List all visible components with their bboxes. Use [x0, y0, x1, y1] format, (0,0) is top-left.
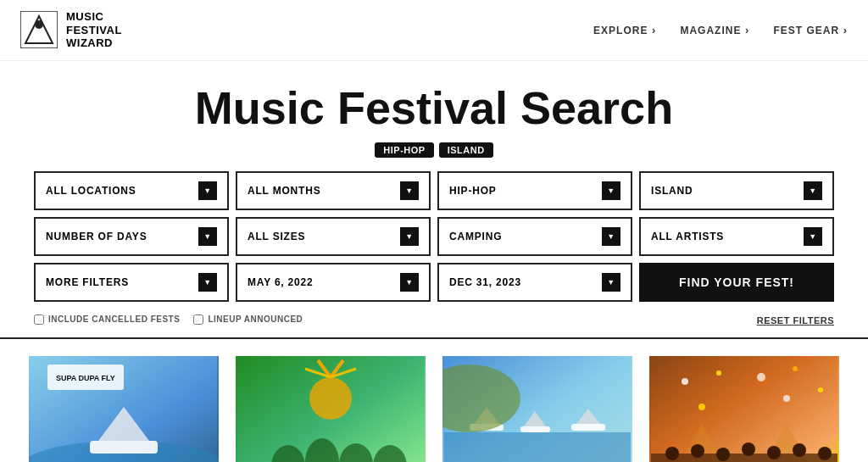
svg-point-32	[793, 366, 798, 371]
find-fest-button[interactable]: FIND YOUR FEST!	[639, 263, 834, 302]
filter-row-2: NUMBER OF DAYS ALL SIZES CAMPING ALL ART…	[34, 217, 834, 256]
dropdown-icon	[602, 181, 620, 200]
card-calvi: CALVI ON THE ROCKS 2022 CALVI, FRANCE JU…	[434, 356, 641, 462]
reset-filters-link[interactable]: RESET FILTERS	[757, 315, 834, 326]
card-sziget: SZIGET FESTIVAL 2022 BUDAPEST, HUNGARY A…	[641, 356, 848, 462]
tag-island[interactable]: ISLAND	[439, 142, 493, 158]
svg-point-42	[742, 443, 755, 456]
dropdown-icon	[602, 227, 620, 246]
active-tags: HIP-HOP ISLAND	[34, 142, 834, 158]
logo-icon	[20, 11, 58, 48]
dropdown-icon	[804, 181, 822, 200]
svg-point-33	[698, 404, 705, 410]
nav-explore[interactable]: EXPLORE	[593, 24, 656, 36]
logo[interactable]: MUSIC FESTIVAL WIZARD	[20, 10, 122, 50]
filter-camping[interactable]: CAMPING	[437, 217, 632, 256]
svg-point-30	[716, 370, 721, 376]
lineup-announced-checkbox[interactable]	[193, 314, 203, 325]
svg-rect-38	[651, 454, 837, 462]
card-image-supa-dupa[interactable]: SUPA DUPA FLY	[29, 356, 219, 462]
dropdown-icon	[400, 227, 419, 246]
svg-rect-25	[571, 424, 605, 431]
filter-row-1: ALL LOCATIONS ALL MONTHS HIP-HOP ISLAND	[34, 171, 834, 210]
header: MUSIC FESTIVAL WIZARD EXPLORE MAGAZINE F…	[0, 0, 868, 61]
filter-all-sizes[interactable]: ALL SIZES	[236, 217, 431, 256]
svg-point-31	[757, 373, 765, 381]
main-nav: EXPLORE MAGAZINE FEST GEAR	[593, 24, 848, 36]
festival-cards: SUPA DUPA FLY SUPA DUPA FLY SANTORINI 20…	[0, 339, 868, 462]
svg-point-43	[767, 446, 781, 459]
filter-island[interactable]: ISLAND	[639, 171, 834, 210]
filter-row-3: MORE FILTERS MAY 6, 2022 DEC 31, 2023 FI…	[34, 263, 834, 302]
card-supa-dupa: SUPA DUPA FLY SUPA DUPA FLY SANTORINI 20…	[20, 356, 227, 462]
logo-text: MUSIC FESTIVAL WIZARD	[66, 10, 122, 50]
nav-magazine[interactable]: MAGAZINE	[680, 24, 749, 36]
filter-all-artists[interactable]: ALL ARTISTS	[639, 217, 834, 256]
svg-point-45	[818, 447, 832, 460]
svg-rect-23	[520, 426, 550, 432]
include-cancelled-checkbox[interactable]	[34, 314, 44, 325]
svg-rect-20	[444, 432, 631, 462]
lineup-announced-label[interactable]: LINEUP ANNOUNCED	[193, 314, 303, 325]
card-fresh-island: FRESH ISLAND FESTIVAL 2022 PAG ISLAND, C…	[227, 356, 434, 462]
dropdown-icon	[198, 227, 217, 246]
tag-hiphop[interactable]: HIP-HOP	[375, 142, 433, 158]
svg-point-34	[783, 395, 790, 402]
dropdown-icon	[602, 273, 620, 292]
card-image-calvi[interactable]	[442, 356, 632, 462]
svg-rect-5	[90, 441, 158, 454]
svg-point-41	[716, 448, 730, 461]
filter-number-of-days[interactable]: NUMBER OF DAYS	[34, 217, 229, 256]
card-image-sziget[interactable]	[649, 356, 839, 462]
svg-point-40	[691, 444, 704, 458]
svg-text:SUPA DUPA FLY: SUPA DUPA FLY	[56, 374, 115, 382]
filter-start-date[interactable]: MAY 6, 2022	[236, 263, 431, 302]
filter-all-months[interactable]: ALL MONTHS	[236, 171, 431, 210]
dropdown-icon	[198, 273, 217, 292]
filter-more-filters[interactable]: MORE FILTERS	[34, 263, 229, 302]
page-title: Music Festival Search	[34, 85, 834, 131]
dropdown-icon	[400, 273, 419, 292]
include-cancelled-label[interactable]: INCLUDE CANCELLED FESTS	[34, 314, 180, 325]
svg-point-44	[793, 443, 806, 457]
dropdown-icon	[804, 227, 822, 246]
dropdown-icon	[198, 181, 217, 200]
svg-point-29	[682, 378, 688, 385]
search-section: Music Festival Search HIP-HOP ISLAND ALL…	[0, 61, 868, 339]
svg-point-35	[818, 387, 823, 392]
checkbox-row: INCLUDE CANCELLED FESTS LINEUP ANNOUNCED	[34, 309, 303, 326]
dropdown-icon	[400, 181, 419, 200]
svg-point-14	[309, 377, 352, 420]
filter-hip-hop[interactable]: HIP-HOP	[437, 171, 632, 210]
card-image-fresh-island[interactable]	[236, 356, 426, 462]
svg-point-2	[35, 20, 43, 29]
nav-fest-gear[interactable]: FEST GEAR	[773, 24, 848, 36]
filter-all-locations[interactable]: ALL LOCATIONS	[34, 171, 229, 210]
svg-point-39	[665, 447, 679, 460]
filter-end-date[interactable]: DEC 31, 2023	[437, 263, 632, 302]
